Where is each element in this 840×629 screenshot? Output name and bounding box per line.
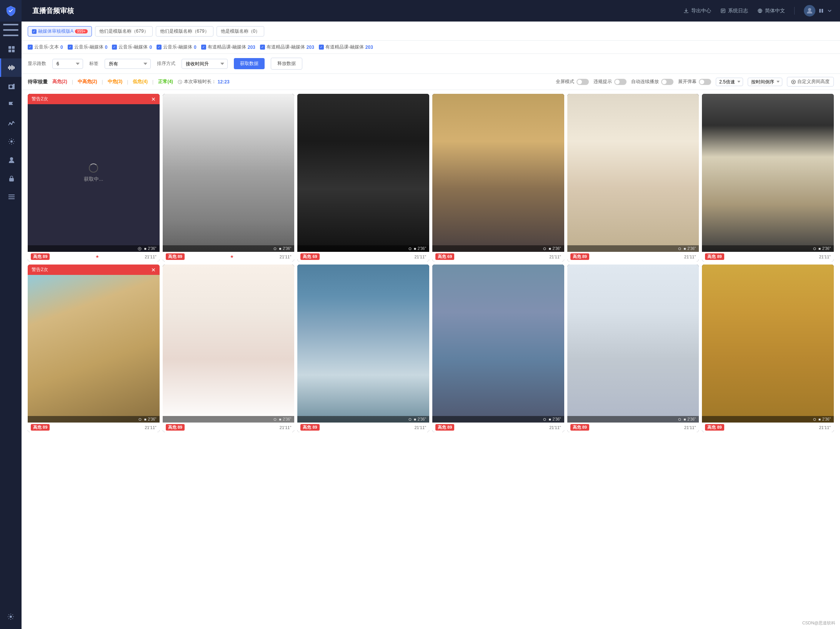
- footer-4: ■ 2'36": [432, 245, 564, 252]
- grid-item-8[interactable]: ■ 2'36" 高危 89 21'11": [163, 265, 295, 432]
- svg-point-14: [10, 157, 13, 160]
- auto-play-switch[interactable]: [661, 79, 673, 85]
- sidebar-item-list[interactable]: [0, 188, 22, 206]
- expand-popup-toggle[interactable]: 展开弹幕: [678, 78, 711, 85]
- meta-8: 高危 89 21'11": [163, 423, 295, 432]
- stat-low-danger[interactable]: 低危(4): [133, 78, 148, 85]
- sub-filter-1[interactable]: ✓ 云音乐-融媒体 0: [68, 44, 108, 50]
- sub-filter-3[interactable]: ✓ 云音乐-融媒体 0: [157, 44, 197, 50]
- grid-item-3[interactable]: ■ 2'36" 高危 69 21'11": [297, 94, 429, 261]
- svg-point-11: [11, 123, 12, 125]
- grid: 警告2次 ✕ 获取中... ■ 2'36": [28, 94, 834, 432]
- sort-select[interactable]: 接收时间升 接收时间降 风险值升 风险值降: [182, 59, 228, 69]
- meta-10: 高危 89 21'11": [432, 423, 564, 432]
- sidebar-item-camera[interactable]: [0, 77, 22, 95]
- stat-high-danger[interactable]: 高危(2): [52, 78, 67, 85]
- fullscreen-toggle[interactable]: 全屏模式: [556, 78, 589, 85]
- stat-mid-danger[interactable]: 中危(3): [108, 78, 123, 85]
- meta-7: 高危 89 21'11": [28, 423, 160, 432]
- svg-rect-2: [8, 50, 11, 52]
- meta-6: 高危 89 21'11": [702, 252, 834, 261]
- svg-rect-0: [8, 46, 11, 49]
- stat-normal[interactable]: 正常(4): [158, 78, 173, 85]
- sub-filter-4[interactable]: ✓ 有道精品课-融媒体 203: [201, 44, 255, 50]
- release-data-btn[interactable]: 释放数据: [271, 58, 302, 70]
- svg-rect-3: [12, 50, 15, 52]
- svg-point-12: [12, 121, 14, 123]
- fetch-data-btn[interactable]: 获取数据: [234, 58, 265, 69]
- label-select[interactable]: 所有 高危 中高危 中危 低危 正常: [105, 59, 151, 69]
- sidebar-item-lock[interactable]: [0, 169, 22, 188]
- portrait-11: [567, 265, 699, 423]
- export-center-btn[interactable]: 导出中心: [683, 7, 711, 14]
- filter-tab-3[interactable]: 他是模版名称（0）: [217, 26, 265, 37]
- sidebar-item-chart[interactable]: [0, 114, 22, 132]
- sub-filter-0[interactable]: ✓ 云音乐-文本 0: [28, 44, 63, 50]
- chevron-down-icon[interactable]: [827, 8, 832, 13]
- footer-5: ■ 2'36": [567, 245, 699, 252]
- violation-hint-toggle[interactable]: 违规提示: [593, 78, 627, 85]
- close-alert-1[interactable]: ✕: [151, 96, 156, 102]
- grid-item-2[interactable]: ■ 2'36" 高危 89 ★ 21'11": [163, 94, 295, 261]
- auto-play-toggle[interactable]: 自动连续播放: [631, 78, 673, 85]
- header-divider: [794, 7, 795, 15]
- user-avatar[interactable]: [804, 5, 815, 17]
- svg-point-37: [813, 418, 816, 421]
- portrait-3: [297, 94, 429, 252]
- grid-item-1[interactable]: 警告2次 ✕ 获取中... ■ 2'36": [28, 94, 160, 261]
- sidebar-item-flag[interactable]: [0, 95, 22, 114]
- sidebar-menu-toggle[interactable]: [0, 22, 22, 38]
- header-actions: [804, 5, 832, 17]
- display-count-select[interactable]: 6 4 8 12: [52, 59, 83, 69]
- fullscreen-switch[interactable]: [577, 79, 589, 85]
- custom-height-btn[interactable]: 自定义房间高度: [787, 77, 834, 87]
- meta-2: 高危 89 ★ 21'11": [163, 252, 295, 261]
- sidebar-item-grid[interactable]: [0, 40, 22, 58]
- loading-overlay-1: 获取中...: [28, 94, 160, 252]
- sidebar-item-settings2[interactable]: [0, 132, 22, 151]
- language-btn[interactable]: 简体中文: [757, 7, 785, 14]
- zoom-select[interactable]: 2.5倍速 1x 1.5x 2x 3x: [716, 78, 743, 86]
- footer-9: ■ 2'36": [297, 416, 429, 423]
- footer-1: ■ 2'36": [28, 245, 160, 252]
- grid-item-7[interactable]: 警告2次 ✕ ■ 2'36" 高危 89 21'11": [28, 265, 160, 432]
- content-area: ✓ 融媒体审核模版A 999+ 他们是模版名称（679） 他们是模版名称（679…: [22, 22, 840, 629]
- svg-rect-23: [819, 9, 821, 13]
- grid-item-4[interactable]: ■ 2'36" 高危 69 21'11": [432, 94, 564, 261]
- close-alert-7[interactable]: ✕: [151, 267, 156, 273]
- stat-mid-high-danger[interactable]: 中高危(2): [78, 78, 97, 85]
- sub-filter-5[interactable]: ✓ 有道精品课-融媒体 203: [260, 44, 314, 50]
- grid-item-10[interactable]: ■ 2'36" 高危 89 21'11": [432, 265, 564, 432]
- violation-switch[interactable]: [614, 79, 627, 85]
- sidebar-item-settings-bottom[interactable]: [0, 607, 22, 626]
- footer-3: ■ 2'36": [297, 245, 429, 252]
- grid-item-11[interactable]: ■ 2'36" 高危 89 21'11": [567, 265, 699, 432]
- svg-point-31: [813, 248, 816, 250]
- grid-item-6[interactable]: ■ 2'36" 高危 89 21'11": [702, 94, 834, 261]
- grid-item-9[interactable]: ■ 2'36" 高危 89 21'11": [297, 265, 429, 432]
- sidebar-item-user[interactable]: [0, 151, 22, 169]
- checkbox-0: ✓: [32, 29, 37, 34]
- svg-point-34: [409, 418, 411, 421]
- filter-tab-1[interactable]: 他们是模版名称（679）: [95, 26, 153, 37]
- sub-filter-2[interactable]: ✓ 云音乐-融媒体 0: [112, 44, 152, 50]
- sort-mode-select[interactable]: 按时间倒序 按时间正序 按风险值: [748, 78, 782, 86]
- svg-point-30: [678, 248, 681, 250]
- grid-item-12[interactable]: ■ 2'36" 高危 89 21'11": [702, 265, 834, 432]
- system-log-btn[interactable]: 系统日志: [720, 7, 748, 14]
- sub-filter-6[interactable]: ✓ 有道精品课-融媒体 203: [319, 44, 373, 50]
- filter-tab-2[interactable]: 他们是模版名称（679）: [156, 26, 213, 37]
- filter-tab-0[interactable]: ✓ 融媒体审核模版A 999+: [28, 26, 92, 37]
- grid-item-5[interactable]: ■ 2'36" 高危 89 21'11": [567, 94, 699, 261]
- alert-header-7: 警告2次 ✕: [28, 265, 160, 275]
- sort-label: 排序方式: [157, 60, 175, 67]
- user-icon-small: [818, 8, 824, 13]
- portrait-12: [702, 265, 834, 423]
- svg-rect-7: [12, 65, 12, 70]
- alert-header-1: 警告2次 ✕: [28, 94, 160, 104]
- expand-popup-switch[interactable]: [699, 79, 711, 85]
- portrait-2: [163, 94, 295, 252]
- stats-row: 待审核量 高危(2) | 中高危(2) | 中危(3) | 低危(4) | 正常…: [22, 74, 840, 90]
- sidebar-item-audio[interactable]: [0, 58, 22, 77]
- svg-point-33: [274, 418, 276, 421]
